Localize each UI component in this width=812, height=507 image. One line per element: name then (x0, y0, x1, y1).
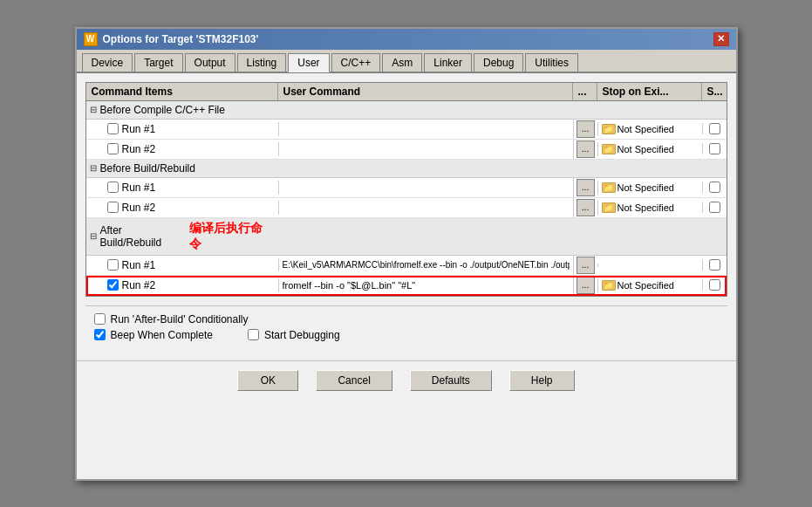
run1-after-not-specified (597, 264, 702, 267)
run1-build-s-checkbox[interactable] (709, 182, 720, 193)
table-row: Run #2 ... 📁 Not Specified (86, 198, 727, 218)
run2-after-checkbox[interactable] (107, 279, 119, 291)
beep-when-complete-label: Beep When Complete (111, 329, 213, 341)
table-row-highlighted: Run #2 ... 📁 Not Specified (86, 276, 727, 296)
start-debugging-checkbox[interactable] (248, 329, 259, 340)
title-bar-left: W Options for Target 'STM32F103' (84, 32, 259, 46)
table-row: Run #1 ... 📁 Not Specified (86, 120, 727, 140)
run2-compile-s-checkbox[interactable] (709, 143, 720, 154)
folder-icon: 📁 (602, 144, 616, 154)
run1-compile-checkbox[interactable] (107, 123, 119, 134)
run2-compile-checkbox[interactable] (107, 143, 119, 154)
col-header-stop-on-exit: Stop on Exi... (597, 83, 702, 100)
tab-user[interactable]: User (288, 53, 329, 72)
run1-label-compile: Run #1 (86, 120, 278, 138)
run1-build-not-specified: 📁 Not Specified (597, 181, 702, 195)
cancel-button[interactable]: Cancel (316, 370, 392, 391)
run2-build-s-checkbox[interactable] (709, 202, 720, 213)
run2-compile-browse-btn[interactable]: ... (577, 140, 595, 158)
after-build-conditional-label: Run 'After-Build' Conditionally (111, 313, 249, 325)
help-button[interactable]: Help (509, 370, 575, 391)
folder-icon: 📁 (602, 202, 616, 213)
beep-when-complete-row: Beep When Complete (94, 329, 213, 341)
tab-bar: Device Target Output Listing User C/C++ … (77, 50, 736, 73)
tab-debug[interactable]: Debug (474, 53, 523, 72)
tab-device[interactable]: Device (82, 53, 133, 72)
start-debugging-row: Start Debugging (248, 329, 340, 341)
section-after-build-label: ⊟ After Build/Rebuild 编译后执行命令 (86, 218, 278, 255)
collapse-icon[interactable]: ⊟ (90, 163, 97, 173)
col-header-s: S... (702, 83, 727, 100)
run2-build-checkbox[interactable] (107, 202, 119, 213)
run1-after-s-checkbox[interactable] (709, 259, 720, 271)
run1-compile-s-checkbox[interactable] (709, 123, 720, 134)
dialog-buttons: OK Cancel Defaults Help (77, 360, 736, 400)
main-content: Command Items User Command ... Stop on E… (77, 73, 736, 360)
folder-icon: 📁 (602, 182, 616, 193)
run1-after-checkbox[interactable] (107, 259, 119, 271)
section-after-build: ⊟ After Build/Rebuild 编译后执行命令 (86, 218, 727, 256)
tab-linker[interactable]: Linker (424, 53, 472, 72)
section-before-compile: ⊟ Before Compile C/C++ File (86, 101, 727, 120)
run2-build-not-specified: 📁 Not Specified (597, 201, 702, 215)
close-button[interactable]: ✕ (713, 32, 729, 46)
app-icon: W (84, 32, 98, 46)
section-before-build: ⊟ Before Build/Rebuild (86, 160, 727, 178)
run2-label-build: Run #2 (86, 199, 278, 216)
tab-listing[interactable]: Listing (237, 53, 287, 72)
run1-compile-command-input[interactable] (278, 122, 573, 136)
run1-after-command-input[interactable] (278, 258, 573, 271)
bottom-options: Run 'After-Build' Conditionally Beep Whe… (85, 305, 727, 352)
dialog-window: W Options for Target 'STM32F103' ✕ Devic… (75, 27, 738, 481)
annotation-text: 编译后执行命令 (189, 221, 274, 252)
tab-target[interactable]: Target (134, 53, 182, 72)
run1-build-browse-btn[interactable]: ... (577, 179, 595, 196)
run2-label-compile: Run #2 (86, 140, 278, 158)
run2-after-browse-btn[interactable]: ... (577, 277, 595, 294)
table-header-row: Command Items User Command ... Stop on E… (86, 83, 727, 101)
folder-icon: 📁 (602, 124, 616, 134)
section-before-compile-label: ⊟ Before Compile C/C++ File (86, 101, 278, 119)
run2-after-s-checkbox[interactable] (709, 279, 720, 291)
tab-utilities[interactable]: Utilities (525, 53, 578, 72)
run1-build-command-input[interactable] (278, 181, 573, 195)
run1-after-browse-btn[interactable]: ... (577, 257, 595, 274)
run2-label-after: Run #2 (86, 277, 278, 294)
col-header-dots: ... (573, 83, 597, 100)
tab-cpp[interactable]: C/C++ (331, 53, 381, 72)
tab-output[interactable]: Output (185, 53, 235, 72)
run2-build-browse-btn[interactable]: ... (577, 199, 595, 216)
ok-button[interactable]: OK (237, 370, 298, 391)
collapse-icon[interactable]: ⊟ (90, 231, 97, 241)
beep-when-complete-checkbox[interactable] (94, 329, 106, 340)
run1-compile-not-specified: 📁 Not Specified (597, 122, 702, 136)
run1-label-after: Run #1 (86, 257, 278, 274)
start-debugging-label: Start Debugging (264, 329, 340, 341)
run2-after-command-input[interactable] (278, 278, 573, 292)
table-row: Run #1 ... (86, 256, 727, 276)
command-table: Command Items User Command ... Stop on E… (85, 82, 727, 297)
run2-compile-command-input[interactable] (278, 142, 573, 156)
after-build-conditional-checkbox[interactable] (94, 313, 106, 325)
section-before-build-label: ⊟ Before Build/Rebuild (86, 160, 278, 177)
col-header-user-command: User Command (278, 83, 573, 100)
tab-asm[interactable]: Asm (382, 53, 422, 72)
run1-compile-browse-btn[interactable]: ... (577, 120, 595, 138)
run1-label-build: Run #1 (86, 179, 278, 196)
collapse-icon[interactable]: ⊟ (90, 105, 97, 114)
after-build-conditional-row: Run 'After-Build' Conditionally (94, 313, 719, 325)
run2-after-not-specified: 📁 Not Specified (597, 278, 702, 292)
col-header-command-items: Command Items (86, 83, 278, 100)
run2-build-command-input[interactable] (278, 201, 573, 215)
folder-icon: 📁 (602, 280, 616, 291)
dialog-title: Options for Target 'STM32F103' (103, 33, 259, 45)
title-bar: W Options for Target 'STM32F103' ✕ (77, 29, 736, 50)
table-row: Run #1 ... 📁 Not Specified (86, 178, 727, 198)
run2-compile-not-specified: 📁 Not Specified (597, 142, 702, 156)
table-row: Run #2 ... 📁 Not Specified (86, 140, 727, 160)
run1-build-checkbox[interactable] (107, 182, 119, 193)
defaults-button[interactable]: Defaults (410, 370, 492, 391)
